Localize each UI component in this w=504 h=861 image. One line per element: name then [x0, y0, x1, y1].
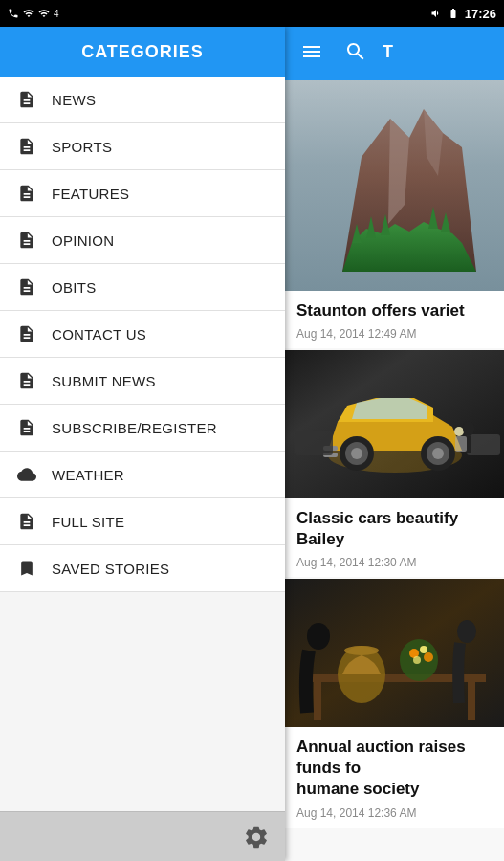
svg-rect-23: [467, 434, 500, 455]
sidebar-item-features-label: FEATURES: [52, 186, 129, 202]
sidebar-item-contact-label: CONTACT US: [52, 326, 146, 342]
sidebar-title: CATEGORIES: [81, 42, 204, 62]
svg-point-38: [457, 620, 476, 643]
svg-point-19: [454, 427, 464, 436]
document-icon-subscribe: [15, 418, 38, 437]
article-auction-date: Aug 14, 2014 12:36 AM: [285, 805, 504, 828]
sidebar-item-news-label: NEWS: [52, 92, 96, 108]
document-icon-obits: [15, 277, 38, 297]
sidebar-item-saved-stories[interactable]: SAVED STORIES: [0, 545, 285, 592]
content-header-title: T: [383, 42, 393, 62]
article-staunton-title: Staunton offers variet: [296, 300, 493, 321]
article-cars-title: Classic cars beautify Bailey: [296, 508, 493, 550]
status-bar-right: 17:26: [430, 7, 496, 21]
search-button[interactable]: [339, 34, 373, 69]
sidebar-item-opinion[interactable]: OPINION: [0, 217, 285, 264]
content-header: T: [285, 27, 504, 77]
sidebar-item-sports-label: SPORTS: [52, 139, 112, 155]
article-auction-title: Annual auction raises funds fo humane so…: [296, 737, 493, 800]
sidebar-item-obits-label: OBITS: [52, 279, 97, 296]
status-bar-left: 4: [8, 8, 59, 19]
car-image-inner: [285, 350, 504, 498]
settings-icon[interactable]: [243, 824, 270, 850]
sidebar-footer: [0, 811, 285, 861]
document-icon-fullsite: [15, 512, 38, 531]
sidebar-item-subscribe[interactable]: SUBSCRIBE/REGISTER: [0, 405, 285, 452]
sidebar-item-obits[interactable]: OBITS: [0, 264, 285, 311]
notification-count: 4: [54, 9, 59, 19]
phone-icon: [8, 8, 19, 19]
bookmark-icon: [15, 559, 38, 578]
signal-icon: [23, 8, 34, 19]
sidebar-item-saved-label: SAVED STORIES: [52, 561, 169, 577]
svg-rect-18: [455, 436, 467, 452]
document-icon-contact: [15, 324, 38, 343]
sidebar-item-submit-label: SUBMIT NEWS: [52, 373, 156, 389]
sidebar-item-opinion-label: OPINION: [52, 232, 114, 249]
document-icon-features: [15, 184, 38, 203]
mountain-svg: [285, 80, 504, 291]
svg-point-14: [351, 448, 362, 459]
content-area: T: [285, 27, 504, 861]
svg-rect-28: [314, 682, 321, 720]
svg-rect-29: [468, 682, 475, 720]
article-cars-titlebar: Classic cars beautify Bailey: [285, 498, 504, 554]
sidebar-item-weather[interactable]: WEATHER: [0, 452, 285, 498]
sidebar-item-submit-news[interactable]: SUBMIT NEWS: [0, 358, 285, 405]
menu-button[interactable]: [295, 34, 329, 69]
article-cars-date: Aug 14, 2014 12:30 AM: [285, 554, 504, 577]
svg-rect-22: [295, 431, 333, 455]
document-icon-sports: [15, 137, 38, 156]
sidebar-item-subscribe-label: SUBSCRIBE/REGISTER: [52, 420, 217, 436]
sidebar-item-fullsite-label: FULL SITE: [52, 514, 124, 530]
sidebar-item-features[interactable]: FEATURES: [0, 170, 285, 217]
svg-point-31: [344, 646, 379, 655]
sidebar-item-weather-label: WEATHER: [52, 467, 124, 483]
cloud-icon: [15, 465, 38, 484]
wifi-icon: [38, 8, 50, 19]
sidebar-header: CATEGORIES: [0, 27, 285, 77]
sidebar-item-full-site[interactable]: FULL SITE: [0, 498, 285, 545]
document-icon: [15, 90, 38, 109]
document-icon-submit: [15, 371, 38, 390]
auction-image-inner: [285, 579, 504, 727]
battery-icon: [446, 8, 461, 19]
article-auction-titlebar: Annual auction raises funds fo humane so…: [285, 727, 504, 804]
svg-point-35: [424, 652, 433, 662]
sidebar-item-news[interactable]: NEWS: [0, 77, 285, 123]
sidebar-item-sports[interactable]: SPORTS: [0, 123, 285, 170]
svg-point-37: [307, 623, 330, 650]
volume-icon: [430, 8, 442, 19]
svg-point-17: [432, 448, 444, 459]
sidebar: CATEGORIES NEWS SPORTS: [0, 27, 285, 861]
auction-image: [285, 579, 504, 727]
main-layout: CATEGORIES NEWS SPORTS: [0, 27, 504, 861]
document-icon-opinion: [15, 231, 38, 250]
svg-point-36: [413, 656, 421, 664]
status-bar: 4 17:26: [0, 0, 504, 27]
svg-point-24: [463, 421, 474, 436]
article-staunton-date: Aug 14, 2014 12:49 AM: [285, 325, 504, 348]
status-time: 17:26: [465, 7, 496, 21]
article-staunton[interactable]: Staunton offers variet Aug 14, 2014 12:4…: [285, 80, 504, 348]
article-staunton-titlebar: Staunton offers variet: [285, 291, 504, 325]
svg-point-34: [420, 646, 427, 653]
sidebar-item-contact-us[interactable]: CONTACT US: [0, 311, 285, 358]
article-auction[interactable]: Annual auction raises funds fo humane so…: [285, 579, 504, 827]
article-classic-cars[interactable]: Classic cars beautify Bailey Aug 14, 201…: [285, 350, 504, 577]
sidebar-menu: NEWS SPORTS FEATURES OP: [0, 77, 285, 811]
hero-image: [285, 80, 504, 291]
content-scroll[interactable]: Staunton offers variet Aug 14, 2014 12:4…: [285, 80, 504, 861]
car-image: [285, 350, 504, 498]
